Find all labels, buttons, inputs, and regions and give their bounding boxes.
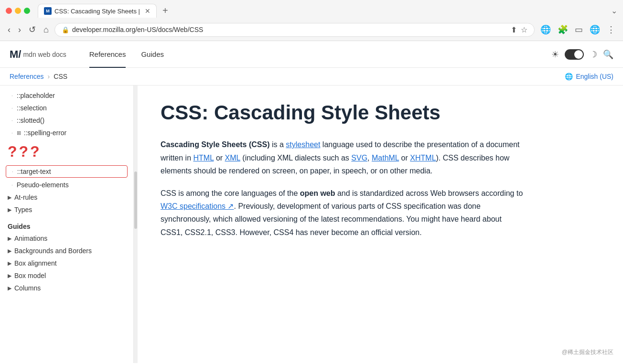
sidebar-item-spelling-error[interactable]: · ⊞ ::spelling-error xyxy=(0,127,133,139)
sidebar-item-types[interactable]: ▶ Types xyxy=(0,203,133,216)
xml-link[interactable]: XML xyxy=(225,154,240,162)
sidebar-item-box-alignment[interactable]: ▶ Box alignment xyxy=(0,257,133,269)
sidebar-item-animations[interactable]: ▶ Animations xyxy=(0,232,133,245)
dot-icon: · xyxy=(11,130,13,136)
mdn-logo[interactable]: M/ mdn web docs xyxy=(10,48,66,61)
guides-section-label: Guides xyxy=(0,216,133,232)
mdn-logo-mark: M/ xyxy=(10,48,21,61)
mdn-main: · ::placeholder · ::selection · ::slotte… xyxy=(0,86,623,363)
breadcrumb-current: CSS xyxy=(54,73,67,80)
paragraph-1: Cascading Style Sheets (CSS) is a styles… xyxy=(161,138,526,177)
sidebar-item-label: Pseudo-elements xyxy=(17,181,69,189)
search-icon[interactable]: 🔍 xyxy=(603,49,613,60)
close-button[interactable] xyxy=(6,8,12,14)
page-title: CSS: Cascading Style Sheets xyxy=(161,101,526,125)
new-tab-button[interactable]: + xyxy=(159,4,172,17)
puzzle-icon[interactable]: 🧩 xyxy=(556,22,570,37)
world-icon[interactable]: 🌐 xyxy=(538,22,553,37)
watermark: @稀土掘金技术社区 xyxy=(562,348,613,356)
forward-button[interactable]: › xyxy=(16,23,23,37)
mdn-nav: References Guides xyxy=(82,41,172,68)
sidebar-item-box-model[interactable]: ▶ Box model xyxy=(0,269,133,282)
profile-icon[interactable]: 🌐 xyxy=(588,22,602,37)
spelling-error-icon: ⊞ xyxy=(17,130,21,136)
dot-icon: · xyxy=(11,182,13,188)
sidebar-item-label: Box model xyxy=(14,272,46,279)
sidebar-scrollbar[interactable] xyxy=(134,86,138,363)
w3c-link[interactable]: W3C specifications ↗ xyxy=(161,202,234,210)
nav-guides[interactable]: Guides xyxy=(133,41,172,68)
expand-icon: ⌄ xyxy=(611,6,617,15)
reload-button[interactable]: ↺ xyxy=(27,22,38,37)
sidebar-icon[interactable]: ▭ xyxy=(573,22,585,37)
dot-icon: · xyxy=(12,169,13,174)
expand-arrow-icon: ▶ xyxy=(8,207,11,213)
expand-arrow-icon: ▶ xyxy=(8,260,11,267)
traffic-lights xyxy=(6,8,30,14)
expand-arrow-icon: ▶ xyxy=(8,236,11,242)
mathml-link[interactable]: MathML xyxy=(372,154,399,162)
expand-arrow-icon: ▶ xyxy=(8,194,11,201)
sidebar-item-at-rules[interactable]: ▶ At-rules xyxy=(0,191,133,203)
dark-theme-icon: ☽ xyxy=(590,49,597,60)
menu-icon[interactable]: ⋮ xyxy=(605,22,617,37)
sidebar-item-label: Backgrounds and Borders xyxy=(14,247,92,255)
css-bold: Cascading Style Sheets (CSS) xyxy=(161,140,270,149)
breadcrumb: References › CSS 🌐 English (US) xyxy=(0,68,623,86)
dot-icon: · xyxy=(11,106,13,111)
lock-icon: 🔒 xyxy=(62,26,69,33)
sidebar-item-label: ::target-text xyxy=(17,168,51,175)
back-button[interactable]: ‹ xyxy=(6,23,12,37)
maximize-button[interactable] xyxy=(24,8,30,14)
expand-arrow-icon: ▶ xyxy=(8,285,11,291)
sidebar-item-target-text[interactable]: · ::target-text xyxy=(6,165,128,178)
breadcrumb-references[interactable]: References xyxy=(10,73,44,80)
paragraph-2: CSS is among the core languages of the o… xyxy=(161,187,526,239)
language-selector[interactable]: 🌐 English (US) xyxy=(565,73,613,80)
sidebar-item-label: Animations xyxy=(14,235,47,242)
sidebar-item-label: Box alignment xyxy=(14,259,57,267)
sidebar: · ::placeholder · ::selection · ::slotte… xyxy=(0,86,134,363)
expand-arrow-icon: ▶ xyxy=(8,273,11,279)
sidebar-item-backgrounds-borders[interactable]: ▶ Backgrounds and Borders xyxy=(0,245,133,257)
sidebar-item-selection[interactable]: · ::selection xyxy=(0,102,133,114)
stylesheet-link[interactable]: stylesheet xyxy=(286,140,320,149)
sidebar-item-columns[interactable]: ▶ Columns xyxy=(0,282,133,294)
tab-title: CSS: Cascading Style Sheets | xyxy=(54,8,140,15)
breadcrumb-separator: › xyxy=(48,73,50,80)
main-content: CSS: Cascading Style Sheets Cascading St… xyxy=(138,86,548,363)
minimize-button[interactable] xyxy=(15,8,21,14)
theme-toggle[interactable] xyxy=(565,49,584,60)
header-right: ☀ ☽ 🔍 xyxy=(551,49,613,60)
light-theme-icon: ☀ xyxy=(551,49,559,60)
nav-references[interactable]: References xyxy=(82,41,134,68)
active-tab[interactable]: M CSS: Cascading Style Sheets | ✕ xyxy=(38,4,157,18)
address-bar: ‹ › ↺ ⌂ 🔒 developer.mozilla.org/en-US/do… xyxy=(0,21,623,41)
sidebar-item-placeholder[interactable]: · ::placeholder xyxy=(0,89,133,102)
xhtml-link[interactable]: XHTML xyxy=(410,154,436,162)
html-link[interactable]: HTML xyxy=(193,154,214,162)
question-marks: ??? xyxy=(0,139,133,164)
share-icon[interactable]: ⬆ xyxy=(511,25,517,34)
tab-bar: M CSS: Cascading Style Sheets | ✕ + xyxy=(38,4,607,18)
url-icons: ⬆ ☆ xyxy=(511,25,527,34)
url-bar[interactable]: 🔒 developer.mozilla.org/en-US/docs/Web/C… xyxy=(54,23,535,37)
sidebar-item-slotted[interactable]: · ::slotted() xyxy=(0,114,133,127)
mdn-logo-text: mdn web docs xyxy=(23,51,66,58)
sidebar-scroll-thumb xyxy=(134,171,137,229)
theme-toggle-knob xyxy=(574,50,583,59)
sidebar-item-pseudo-elements[interactable]: · Pseudo-elements xyxy=(0,179,133,191)
dot-icon: · xyxy=(11,118,13,123)
tab-favicon: M xyxy=(44,7,52,15)
home-button[interactable]: ⌂ xyxy=(42,23,51,37)
url-text: developer.mozilla.org/en-US/docs/Web/CSS xyxy=(72,26,508,33)
svg-link[interactable]: SVG xyxy=(351,154,367,162)
tab-close-button[interactable]: ✕ xyxy=(145,7,150,15)
open-web-bold: open web xyxy=(300,189,335,197)
sidebar-item-label: ::selection xyxy=(17,104,47,112)
sidebar-item-label: At-rules xyxy=(14,193,37,201)
bookmark-icon[interactable]: ☆ xyxy=(521,25,527,34)
content-body: Cascading Style Sheets (CSS) is a styles… xyxy=(161,138,526,238)
lang-label: English (US) xyxy=(576,73,613,80)
expand-arrow-icon: ▶ xyxy=(8,248,11,254)
